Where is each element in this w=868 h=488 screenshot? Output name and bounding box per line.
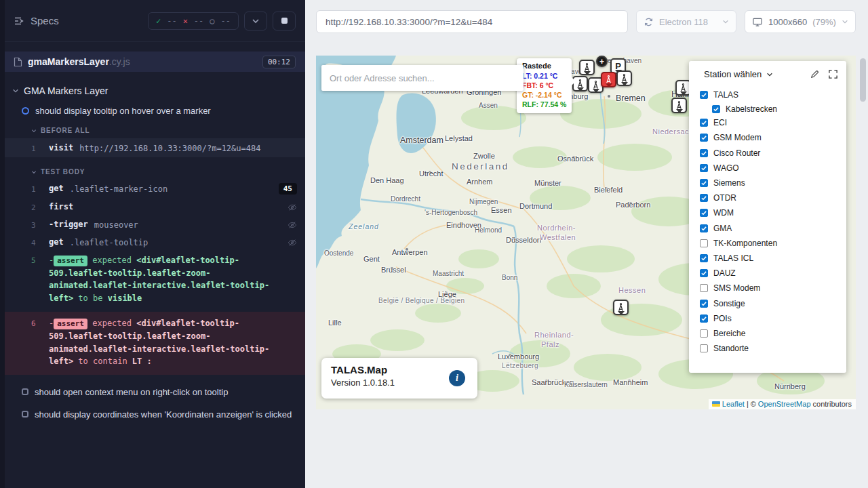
checkbox[interactable] (700, 91, 708, 99)
pending-icon: ○ (210, 16, 214, 26)
station-filter-row[interactable]: WDM (697, 205, 838, 220)
checkbox-label: POIs (713, 314, 732, 323)
eye-slash-icon (288, 219, 297, 230)
checkbox[interactable] (700, 314, 708, 323)
specs-menu-icon[interactable] (14, 16, 24, 26)
station-filter-row[interactable]: TALAS ICL (697, 251, 838, 266)
station-panel-title[interactable]: Station wählen (704, 69, 762, 79)
checkbox[interactable] (700, 284, 708, 292)
collapse-button[interactable] (244, 12, 267, 30)
station-filter-row[interactable]: WAGO (697, 161, 838, 176)
leaflet-link[interactable]: Leaflet (722, 400, 745, 408)
fullscreen-icon[interactable] (828, 69, 838, 79)
spec-file-row[interactable]: gmaMarkersLayer.cy.js 00:12 (0, 52, 305, 72)
checkbox-label: WDM (713, 208, 734, 218)
checkbox[interactable] (700, 149, 708, 157)
station-filter-row[interactable]: POIs (697, 311, 838, 326)
checkbox[interactable] (700, 344, 708, 352)
passed-count: -- (167, 16, 176, 26)
scrollbar-thumb[interactable] (860, 58, 866, 102)
spec-name: gmaMarkersLayer (28, 56, 109, 67)
checkbox-label: Cisco Router (713, 148, 760, 158)
station-filter-row[interactable]: ECI (697, 115, 838, 130)
checkbox-label: GSM Modem (713, 133, 762, 142)
station-marker[interactable] (671, 98, 687, 113)
station-filter-row[interactable]: Bereiche (697, 326, 838, 341)
station-filter-row[interactable]: Kabelstrecken (709, 102, 838, 115)
checkbox[interactable] (700, 224, 708, 232)
not-run-icon (22, 411, 28, 418)
chevron-down-icon (31, 128, 37, 134)
pending-test-row[interactable]: should display coordinates when 'Koordin… (22, 409, 305, 420)
command-get-marker[interactable]: 1 get .leaflet-marker-icon 45 (0, 180, 305, 198)
station-filter-row[interactable]: Sonstige (697, 296, 838, 310)
address-bar[interactable]: http://192.168.10.33:3000/?m=12&u=484 (316, 10, 628, 33)
assert-passed-row[interactable]: 5 -assert expected <div#leaflet-tooltip-… (0, 251, 305, 308)
osm-link[interactable]: OpenStreetMap (758, 400, 811, 408)
edit-icon[interactable] (810, 69, 820, 79)
assert-badge: assert (54, 256, 87, 266)
checkbox[interactable] (712, 105, 720, 113)
selected-station-marker[interactable] (601, 72, 616, 87)
failed-icon: ✕ (183, 16, 188, 26)
checkbox[interactable] (700, 329, 708, 338)
checkbox[interactable] (700, 134, 708, 142)
station-filter-row[interactable]: DAUZ (697, 266, 838, 281)
checkbox-label: TALAS (713, 90, 738, 100)
suite-row[interactable]: GMA Markers Layer (12, 85, 305, 96)
cypress-reporter: Specs ✓-- ✕-- ○-- gmaMarkersLayer.cy.js … (0, 0, 305, 488)
test-body-header[interactable]: TEST BODY (31, 168, 305, 176)
checkbox-label: GMA (713, 224, 732, 233)
station-filter-row[interactable]: TALAS (697, 87, 838, 102)
map-tooltip[interactable]: Rastede LT: 0.21 °CFBT: 6 °CGT: -2.14 °C… (517, 58, 572, 113)
command-get-tooltip[interactable]: 4 get .leaflet-tooltip (0, 233, 305, 251)
info-icon[interactable]: i (449, 370, 465, 386)
pending-test-row[interactable]: should open context menu on right-click … (22, 387, 305, 397)
stop-button[interactable] (273, 12, 296, 30)
browser-selector[interactable]: Electron 118 (636, 10, 736, 33)
station-filter-row[interactable]: GMA (697, 221, 838, 236)
checkbox[interactable] (700, 194, 708, 202)
station-filter-row[interactable]: TK-Komponenten (697, 236, 838, 251)
chevron-down-icon (31, 169, 37, 175)
viewport-selector[interactable]: 1000x660 (79%) (745, 10, 856, 33)
station-filter-row[interactable]: Siemens (697, 176, 838, 190)
station-filter-row[interactable]: GSM Modem (697, 130, 838, 145)
station-filter-row[interactable]: SMS Modem (697, 281, 838, 296)
eye-slash-icon (288, 201, 297, 212)
chevron-down-icon[interactable] (766, 71, 773, 78)
station-filter-row[interactable]: Standorte (697, 341, 838, 356)
run-stats[interactable]: ✓-- ✕-- ○-- (148, 12, 239, 30)
checkbox-label: SMS Modem (713, 283, 760, 293)
checkbox-label: TK-Komponenten (713, 239, 777, 248)
checkbox[interactable] (700, 164, 708, 172)
checkbox[interactable] (700, 239, 708, 247)
assert-failed-row[interactable]: 6 -assert expected <div#leaflet-tooltip-… (0, 312, 305, 374)
checkbox[interactable] (700, 300, 708, 308)
map-search-input[interactable] (321, 65, 524, 91)
station-filter-row[interactable]: OTDR (697, 190, 838, 205)
cluster-marker[interactable]: + (596, 56, 608, 67)
tooltip-measurement: GT: -2.14 °C (522, 90, 566, 100)
leaflet-map[interactable]: BremerhavenWilhelmshavenEmdenLeeuwardenG… (316, 56, 856, 409)
station-marker[interactable] (616, 70, 632, 86)
checkbox[interactable] (700, 179, 708, 187)
checkbox-label: Sonstige (713, 299, 745, 308)
command-trigger[interactable]: 3 -trigger mouseover (0, 216, 305, 233)
checkbox[interactable] (700, 209, 708, 217)
active-test-row[interactable]: should display tooltip on hover over a m… (22, 106, 305, 116)
before-all-header[interactable]: BEFORE ALL (31, 127, 305, 134)
station-filter-row[interactable]: Cisco Router (697, 146, 838, 161)
command-visit[interactable]: 1 visit http://192.168.10.33:3000/?m=12&… (0, 138, 305, 157)
checkbox[interactable] (700, 269, 708, 277)
checkbox-label: WAGO (713, 163, 739, 173)
checkbox[interactable] (700, 254, 708, 262)
station-marker[interactable] (579, 60, 595, 75)
station-marker[interactable] (613, 300, 629, 315)
checkbox-label: Siemens (713, 178, 745, 188)
match-count-badge: 45 (279, 183, 297, 195)
checkbox[interactable] (700, 119, 708, 127)
spec-extension: .cy.js (109, 56, 130, 67)
app-version: Version 1.0.18.1 (331, 378, 468, 388)
command-first[interactable]: 2 first (0, 198, 305, 216)
